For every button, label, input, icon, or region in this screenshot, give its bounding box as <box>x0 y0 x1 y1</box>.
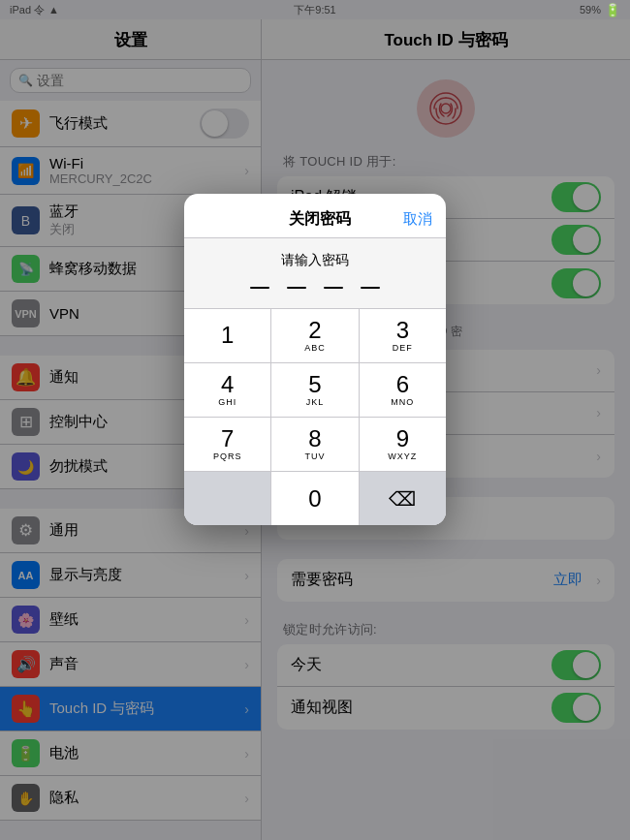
key-1[interactable]: 1 <box>184 309 271 362</box>
key-4[interactable]: 4 GHI <box>184 363 271 417</box>
key-delete[interactable]: ⌫ <box>360 472 446 525</box>
passcode-dash-3 <box>324 287 343 289</box>
numpad: 1 2 ABC 3 DEF 4 GHI 5 JKL 6 <box>184 308 446 525</box>
passcode-dash-1 <box>250 287 269 289</box>
dialog-cancel-button[interactable]: 取消 <box>403 210 432 229</box>
dialog-header: 关闭密码 取消 <box>184 194 446 238</box>
status-left: iPad 令 ▲ <box>10 3 59 17</box>
key-5[interactable]: 5 JKL <box>271 363 359 417</box>
passcode-dialog: 关闭密码 取消 请输入密码 1 2 ABC 3 DEF <box>184 194 446 525</box>
key-7[interactable]: 7 PQRS <box>184 418 271 471</box>
key-0[interactable]: 0 <box>271 472 359 525</box>
numpad-row-3: 7 PQRS 8 TUV 9 WXYZ <box>184 418 446 472</box>
dialog-subtitle: 请输入密码 <box>184 238 446 275</box>
battery-icon: 🔋 <box>605 3 620 17</box>
numpad-row-4: 0 ⌫ <box>184 472 446 525</box>
key-empty <box>184 472 271 525</box>
status-right: 59% 🔋 <box>580 3 620 17</box>
key-9[interactable]: 9 WXYZ <box>360 418 446 471</box>
key-6[interactable]: 6 MNO <box>360 363 446 417</box>
passcode-dots <box>184 275 446 308</box>
passcode-dash-4 <box>361 287 380 289</box>
ipad-label: iPad 令 <box>10 3 45 17</box>
status-bar: iPad 令 ▲ 下午9:51 59% 🔋 <box>0 0 630 19</box>
delete-icon: ⌫ <box>389 487 416 511</box>
status-time: 下午9:51 <box>294 3 335 17</box>
dialog-title: 关闭密码 <box>236 209 403 230</box>
passcode-dash-2 <box>287 287 306 289</box>
numpad-row-1: 1 2 ABC 3 DEF <box>184 309 446 363</box>
numpad-row-2: 4 GHI 5 JKL 6 MNO <box>184 363 446 418</box>
battery-percent: 59% <box>580 4 601 16</box>
key-2[interactable]: 2 ABC <box>271 309 359 362</box>
key-8[interactable]: 8 TUV <box>271 418 359 471</box>
wifi-signal-icon: ▲ <box>48 4 59 16</box>
key-3[interactable]: 3 DEF <box>360 309 446 362</box>
